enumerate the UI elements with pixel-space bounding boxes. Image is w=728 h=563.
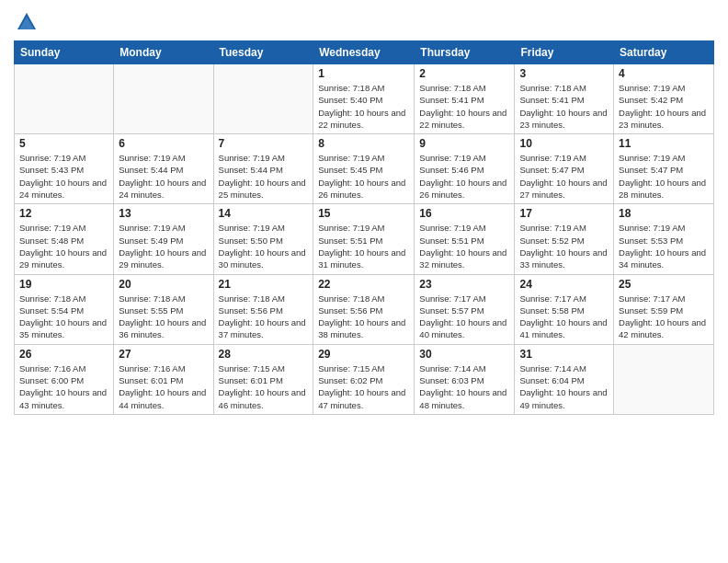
calendar-cell: 5Sunrise: 7:19 AM Sunset: 5:43 PM Daylig… (15, 134, 114, 204)
calendar-cell: 22Sunrise: 7:18 AM Sunset: 5:56 PM Dayli… (313, 274, 415, 344)
calendar-cell: 10Sunrise: 7:19 AM Sunset: 5:47 PM Dayli… (515, 134, 614, 204)
day-number: 30 (419, 348, 509, 361)
day-number: 8 (318, 137, 409, 150)
calendar-cell: 13Sunrise: 7:19 AM Sunset: 5:49 PM Dayli… (114, 204, 213, 274)
day-info: Sunrise: 7:19 AM Sunset: 5:44 PM Dayligh… (219, 152, 309, 201)
calendar-cell (213, 64, 313, 134)
day-info: Sunrise: 7:19 AM Sunset: 5:47 PM Dayligh… (519, 152, 609, 201)
day-number: 3 (519, 67, 609, 80)
calendar-week-1: 1Sunrise: 7:18 AM Sunset: 5:40 PM Daylig… (15, 64, 714, 134)
day-number: 11 (619, 137, 709, 150)
calendar-header-monday: Monday (114, 41, 213, 64)
day-number: 9 (419, 137, 509, 150)
day-number: 22 (318, 278, 409, 291)
calendar: SundayMondayTuesdayWednesdayThursdayFrid… (14, 40, 714, 415)
calendar-cell: 30Sunrise: 7:14 AM Sunset: 6:03 PM Dayli… (415, 344, 515, 414)
day-info: Sunrise: 7:17 AM Sunset: 5:59 PM Dayligh… (619, 293, 709, 341)
day-number: 12 (19, 207, 108, 220)
day-number: 31 (519, 348, 609, 361)
day-info: Sunrise: 7:17 AM Sunset: 5:58 PM Dayligh… (519, 293, 609, 341)
day-info: Sunrise: 7:19 AM Sunset: 5:48 PM Dayligh… (19, 222, 108, 270)
day-info: Sunrise: 7:19 AM Sunset: 5:46 PM Dayligh… (419, 152, 509, 201)
calendar-cell (15, 64, 114, 134)
logo-area (14, 9, 43, 35)
day-number: 29 (318, 348, 409, 361)
day-info: Sunrise: 7:17 AM Sunset: 5:57 PM Dayligh… (419, 293, 509, 341)
calendar-cell: 16Sunrise: 7:19 AM Sunset: 5:51 PM Dayli… (415, 204, 515, 274)
day-info: Sunrise: 7:16 AM Sunset: 6:00 PM Dayligh… (19, 362, 108, 411)
day-info: Sunrise: 7:19 AM Sunset: 5:51 PM Dayligh… (318, 222, 409, 270)
day-number: 1 (318, 67, 409, 80)
calendar-cell: 28Sunrise: 7:15 AM Sunset: 6:01 PM Dayli… (213, 344, 313, 414)
calendar-cell: 9Sunrise: 7:19 AM Sunset: 5:46 PM Daylig… (415, 134, 515, 204)
calendar-cell: 6Sunrise: 7:19 AM Sunset: 5:44 PM Daylig… (114, 134, 213, 204)
calendar-week-5: 26Sunrise: 7:16 AM Sunset: 6:00 PM Dayli… (15, 344, 714, 414)
calendar-cell: 26Sunrise: 7:16 AM Sunset: 6:00 PM Dayli… (15, 344, 114, 414)
calendar-cell: 20Sunrise: 7:18 AM Sunset: 5:55 PM Dayli… (114, 274, 213, 344)
day-number: 28 (219, 348, 309, 361)
calendar-cell: 29Sunrise: 7:15 AM Sunset: 6:02 PM Dayli… (313, 344, 415, 414)
calendar-cell: 15Sunrise: 7:19 AM Sunset: 5:51 PM Dayli… (313, 204, 415, 274)
day-info: Sunrise: 7:18 AM Sunset: 5:41 PM Dayligh… (419, 82, 509, 131)
day-info: Sunrise: 7:19 AM Sunset: 5:43 PM Dayligh… (19, 152, 108, 201)
day-number: 4 (619, 67, 709, 80)
day-number: 27 (119, 348, 208, 361)
calendar-header-friday: Friday (515, 41, 614, 64)
calendar-cell: 8Sunrise: 7:19 AM Sunset: 5:45 PM Daylig… (313, 134, 415, 204)
logo-icon (14, 9, 40, 35)
calendar-week-4: 19Sunrise: 7:18 AM Sunset: 5:54 PM Dayli… (15, 274, 714, 344)
day-number: 21 (219, 278, 309, 291)
day-info: Sunrise: 7:19 AM Sunset: 5:49 PM Dayligh… (119, 222, 208, 270)
day-number: 5 (19, 137, 108, 150)
calendar-header-row: SundayMondayTuesdayWednesdayThursdayFrid… (15, 41, 714, 64)
calendar-header-sunday: Sunday (15, 41, 114, 64)
day-info: Sunrise: 7:18 AM Sunset: 5:41 PM Dayligh… (519, 82, 609, 131)
calendar-cell (614, 344, 714, 414)
day-info: Sunrise: 7:15 AM Sunset: 6:01 PM Dayligh… (219, 362, 309, 411)
calendar-cell: 25Sunrise: 7:17 AM Sunset: 5:59 PM Dayli… (614, 274, 714, 344)
day-number: 18 (619, 207, 709, 220)
calendar-week-3: 12Sunrise: 7:19 AM Sunset: 5:48 PM Dayli… (15, 204, 714, 274)
day-number: 13 (119, 207, 208, 220)
day-number: 10 (519, 137, 609, 150)
day-info: Sunrise: 7:16 AM Sunset: 6:01 PM Dayligh… (119, 362, 208, 411)
calendar-cell: 19Sunrise: 7:18 AM Sunset: 5:54 PM Dayli… (15, 274, 114, 344)
calendar-header-saturday: Saturday (614, 41, 714, 64)
calendar-cell: 1Sunrise: 7:18 AM Sunset: 5:40 PM Daylig… (313, 64, 415, 134)
calendar-cell: 4Sunrise: 7:19 AM Sunset: 5:42 PM Daylig… (614, 64, 714, 134)
day-info: Sunrise: 7:19 AM Sunset: 5:52 PM Dayligh… (519, 222, 609, 270)
calendar-cell (114, 64, 213, 134)
day-number: 20 (119, 278, 208, 291)
day-number: 7 (219, 137, 309, 150)
day-info: Sunrise: 7:15 AM Sunset: 6:02 PM Dayligh… (318, 362, 409, 411)
day-number: 24 (519, 278, 609, 291)
day-info: Sunrise: 7:18 AM Sunset: 5:56 PM Dayligh… (318, 293, 409, 341)
day-number: 19 (19, 278, 108, 291)
calendar-cell: 11Sunrise: 7:19 AM Sunset: 5:47 PM Dayli… (614, 134, 714, 204)
day-number: 26 (19, 348, 108, 361)
calendar-cell: 24Sunrise: 7:17 AM Sunset: 5:58 PM Dayli… (515, 274, 614, 344)
calendar-cell: 14Sunrise: 7:19 AM Sunset: 5:50 PM Dayli… (213, 204, 313, 274)
day-info: Sunrise: 7:14 AM Sunset: 6:04 PM Dayligh… (519, 362, 609, 411)
day-info: Sunrise: 7:19 AM Sunset: 5:42 PM Dayligh… (619, 82, 709, 131)
day-info: Sunrise: 7:14 AM Sunset: 6:03 PM Dayligh… (419, 362, 509, 411)
day-info: Sunrise: 7:19 AM Sunset: 5:50 PM Dayligh… (219, 222, 309, 270)
calendar-cell: 3Sunrise: 7:18 AM Sunset: 5:41 PM Daylig… (515, 64, 614, 134)
calendar-cell: 27Sunrise: 7:16 AM Sunset: 6:01 PM Dayli… (114, 344, 213, 414)
page: SundayMondayTuesdayWednesdayThursdayFrid… (0, 0, 728, 563)
day-info: Sunrise: 7:18 AM Sunset: 5:40 PM Dayligh… (318, 82, 409, 131)
day-info: Sunrise: 7:19 AM Sunset: 5:53 PM Dayligh… (619, 222, 709, 270)
header (14, 9, 714, 35)
day-info: Sunrise: 7:19 AM Sunset: 5:51 PM Dayligh… (419, 222, 509, 270)
day-info: Sunrise: 7:19 AM Sunset: 5:44 PM Dayligh… (119, 152, 208, 201)
day-info: Sunrise: 7:19 AM Sunset: 5:45 PM Dayligh… (318, 152, 409, 201)
day-number: 14 (219, 207, 309, 220)
calendar-cell: 7Sunrise: 7:19 AM Sunset: 5:44 PM Daylig… (213, 134, 313, 204)
day-number: 25 (619, 278, 709, 291)
day-number: 17 (519, 207, 609, 220)
calendar-cell: 21Sunrise: 7:18 AM Sunset: 5:56 PM Dayli… (213, 274, 313, 344)
day-number: 23 (419, 278, 509, 291)
day-number: 6 (119, 137, 208, 150)
day-number: 2 (419, 67, 509, 80)
calendar-cell: 31Sunrise: 7:14 AM Sunset: 6:04 PM Dayli… (515, 344, 614, 414)
